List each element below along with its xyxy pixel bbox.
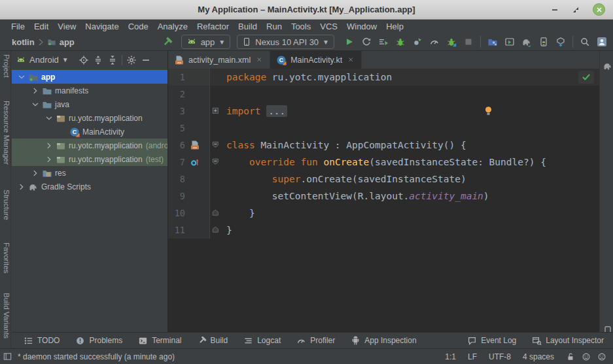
stop-icon[interactable] [460, 34, 477, 50]
logcat-window-icon[interactable] [501, 34, 518, 50]
fold-plus-icon[interactable] [210, 103, 222, 120]
highlight-frown-icon[interactable] [597, 352, 606, 361]
menu-code[interactable]: Code [124, 22, 153, 31]
debug-icon[interactable] [392, 34, 409, 50]
avatar-icon[interactable] [593, 34, 610, 50]
menu-vcs[interactable]: VCS [315, 22, 342, 31]
toolwindow-app-inspection[interactable]: App Inspection [351, 336, 416, 346]
code-line-6[interactable]: 6<>class MainActivity : AppCompatActivit… [168, 137, 599, 154]
toolwindow-event-log[interactable]: Event Log [467, 336, 516, 346]
code-line-1[interactable]: 1package ru.yotc.myapplication [168, 69, 599, 86]
locate-icon[interactable] [77, 53, 91, 67]
chevron-down-icon[interactable] [16, 73, 27, 82]
toolwindow-todo[interactable]: TODO [24, 336, 60, 346]
attach-debugger-icon[interactable] [409, 34, 426, 50]
lightbulb-icon[interactable] [483, 105, 494, 116]
close-tab-icon[interactable] [256, 56, 264, 64]
tool-strip-project[interactable]: Project [0, 54, 10, 78]
menu-refactor[interactable]: Refactor [192, 22, 234, 31]
chevron-right-icon[interactable] [43, 141, 54, 150]
tree-row-ru-yotc-myapplication[interactable]: ru.yotc.myapplication [12, 111, 167, 125]
run-tests-icon[interactable] [443, 34, 460, 50]
tree-row-manifests[interactable]: manifests [12, 84, 167, 97]
caret-position[interactable]: 1:1 [445, 352, 456, 361]
menu-file[interactable]: File [7, 22, 29, 31]
code-line-11[interactable]: 11} [168, 222, 599, 239]
minimize-icon[interactable] [551, 6, 559, 14]
tree-row-app[interactable]: app [12, 70, 167, 84]
tab-activity-main-xml[interactable]: <>activity_main.xml [168, 51, 270, 69]
code-line-7[interactable]: 7 override fun onCreate(savedInstanceSta… [168, 154, 599, 171]
chevron-right-icon[interactable] [29, 169, 41, 178]
code-line-10[interactable]: 10 } [168, 205, 599, 222]
avd-manager-icon[interactable] [535, 34, 552, 50]
tool-strip-favorites[interactable]: Favorites [0, 242, 10, 273]
run-configuration-select[interactable]: app ▼ [181, 35, 231, 49]
breadcrumb-module[interactable]: app [60, 37, 75, 47]
hide-icon[interactable] [139, 53, 153, 67]
chevron-right-icon[interactable] [43, 155, 54, 164]
tool-strip-structure[interactable]: Structure [0, 190, 10, 220]
collapse-all-icon[interactable] [105, 53, 120, 67]
menu-view[interactable]: View [53, 22, 80, 31]
code-line-2[interactable]: 2 [168, 86, 599, 103]
build-hammer-icon[interactable] [159, 34, 176, 50]
toolwindow-terminal[interactable]: Terminal [138, 336, 181, 346]
menu-run[interactable]: Run [262, 22, 287, 31]
run-icon[interactable] [341, 34, 358, 50]
apply-code-changes-icon[interactable] [375, 34, 392, 50]
settings-icon[interactable] [124, 53, 139, 67]
tool-strip-resource-manager[interactable]: Resource Manager [0, 101, 10, 165]
device-explorer-icon[interactable] [484, 34, 501, 50]
tab-mainactivity-kt[interactable]: CMainActivity.kt [270, 51, 362, 69]
menu-edit[interactable]: Edit [29, 22, 53, 31]
tool-strip-build-variants[interactable]: Build Variants [0, 293, 10, 339]
highlight-smile-icon[interactable] [582, 352, 591, 361]
window-toggle-icon[interactable] [3, 352, 12, 361]
restore-icon[interactable] [572, 6, 580, 14]
lock-icon[interactable] [566, 352, 575, 361]
menu-help[interactable]: Help [381, 22, 408, 31]
breadcrumb-project[interactable]: kotlin [12, 37, 35, 47]
status-message[interactable]: * daemon started successfully (a minute … [18, 352, 175, 361]
toolwindow-logcat[interactable]: Logcat [243, 336, 281, 346]
profiler-icon[interactable] [426, 34, 443, 50]
tree-row-gradle-scripts[interactable]: Gradle Scripts [12, 180, 167, 193]
fold-minus-icon[interactable] [210, 154, 222, 171]
fold-end-icon[interactable] [210, 205, 222, 222]
line-ending[interactable]: LF [468, 352, 477, 361]
apply-changes-icon[interactable] [358, 34, 375, 50]
tree-row-res[interactable]: res [12, 166, 167, 180]
fold-end-icon[interactable] [210, 222, 222, 239]
tree-row-ru-yotc-myapplication[interactable]: ru.yotc.myapplication(androidTest) [12, 139, 167, 152]
device-select[interactable]: Nexus 10 API 30 ▼ [237, 35, 334, 49]
tree-row-java[interactable]: java [12, 97, 167, 111]
toolwindow-build[interactable]: Build [198, 336, 228, 345]
menu-window[interactable]: Window [342, 22, 381, 31]
sdk-manager-icon[interactable] [552, 34, 569, 50]
toolwindow-problems[interactable]: Problems [75, 336, 122, 346]
menu-tools[interactable]: Tools [287, 22, 315, 31]
close-tab-icon[interactable] [347, 56, 355, 64]
code-line-8[interactable]: 8 super.onCreate(savedInstanceState) [168, 171, 599, 188]
tool-strip-gradle[interactable]: Gradle [600, 55, 613, 78]
search-icon[interactable] [576, 34, 593, 50]
indent-setting[interactable]: 4 spaces [523, 352, 554, 361]
close-icon[interactable] [593, 3, 605, 16]
expand-all-icon[interactable] [91, 53, 105, 67]
toolwindow-layout-inspector[interactable]: Layout Inspector [532, 336, 604, 346]
chevron-right-icon[interactable] [16, 182, 27, 191]
layout-file-icon[interactable]: <> [185, 140, 205, 150]
menu-build[interactable]: Build [234, 22, 262, 31]
code-line-3[interactable]: 3import ... [168, 103, 599, 120]
chevron-down-icon[interactable] [43, 114, 54, 123]
gradle-sync-icon[interactable] [518, 34, 535, 50]
encoding[interactable]: UTF-8 [489, 352, 511, 361]
code-line-9[interactable]: 9 setContentView(R.layout.activity_main) [168, 188, 599, 205]
tree-row-ru-yotc-myapplication[interactable]: ru.yotc.myapplication(test) [12, 152, 167, 166]
fold-minus-icon[interactable] [210, 137, 222, 154]
tree-row-mainactivity[interactable]: CMainActivity [12, 125, 167, 139]
toolwindow-profiler[interactable]: Profiler [296, 336, 335, 346]
project-view-select[interactable]: Android ▼ [16, 55, 69, 65]
override-icon[interactable] [185, 157, 205, 167]
